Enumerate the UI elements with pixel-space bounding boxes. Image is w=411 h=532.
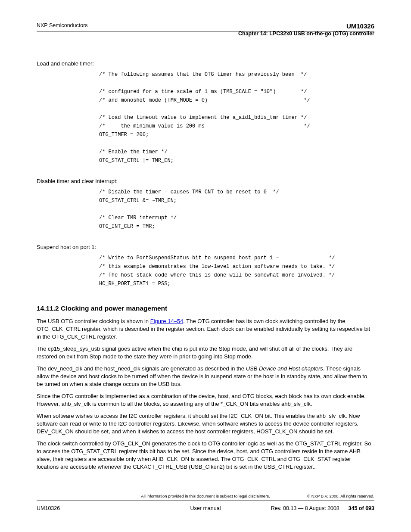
para-3: The dev_need_clk and the host_need_clk s… [37,365,374,388]
content-area: Load and enable timer: /* The following … [37,60,374,475]
para-3-pre: The dev_need_clk and the host_need_clk s… [37,365,246,372]
para-1: The USB OTG controller clocking is shown… [37,317,374,341]
code-block-load-enable: /* The following assumes that the OTG ti… [99,70,374,165]
chapter-title: Chapter 14: LPC32x0 USB on-the-go (OTG) … [238,31,374,37]
header-rule [37,31,374,31]
para-6: The clock switch controlled by OTG_CLK_O… [37,440,374,471]
section-suspend-label: Suspend host on port 1: [37,244,374,250]
para-1-pre: The USB OTG controller clocking is shown… [37,318,150,324]
code-block-disable: /* Disable the timer – causes TMR_CNT to… [99,188,374,231]
figure-link[interactable]: Figure 14–54 [150,318,184,324]
para-5: When software wishes to access the I2C c… [37,412,374,436]
doc-id: UM10326 [238,22,374,30]
para-4: Since the OTG controller is implemented … [37,392,374,408]
heading-clocking: 14.11.2 Clocking and power management [37,305,374,312]
footer-rev: Rev. 00.13 — 8 August 2008 [271,505,339,511]
header-doc: UM10326 Chapter 14: LPC32x0 USB on-the-g… [238,22,374,37]
code-block-suspend: /* Write to PortSuspendStatus bit to sus… [99,254,374,288]
section-disable-label: Disable timer and clear interrupt: [37,178,374,184]
footer-rule [37,501,374,501]
page: NXP Semiconductors UM10326 Chapter 14: L… [0,0,411,532]
para-3-ital: USB Device and Host chapters [246,365,323,372]
header-company: NXP Semiconductors [37,22,88,28]
para-2: The cp15_sleep_sys_usb signal goes activ… [37,345,374,361]
section-load-enable-label: Load and enable timer: [37,60,374,67]
footer-pagenum: 345 of 693 [349,505,374,511]
footer-right: Rev. 00.13 — 8 August 2008 345 of 693 [271,505,374,511]
footer-copyright: © NXP B.V. 2008. All rights reserved. [307,494,374,498]
